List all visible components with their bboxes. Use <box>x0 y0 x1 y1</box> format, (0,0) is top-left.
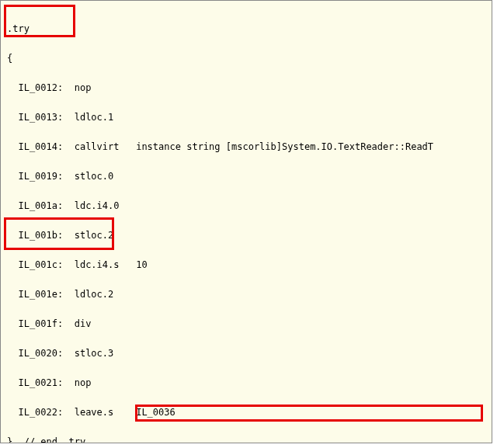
code-line: IL_001c: ldc.i4.s 10 <box>7 258 492 273</box>
code-line: IL_0022: leave.s IL_0036 <box>7 405 492 420</box>
code-line: IL_001e: ldloc.2 <box>7 287 492 302</box>
code-line: IL_0020: stloc.3 <box>7 346 492 361</box>
code-line: IL_0014: callvirt instance string [mscor… <box>7 140 492 155</box>
code-line: IL_0013: ldloc.1 <box>7 110 492 125</box>
code-line: IL_001a: ldc.i4.0 <box>7 199 492 214</box>
code-line: IL_0012: nop <box>7 81 492 96</box>
code-line: IL_001b: stloc.2 <box>7 228 492 243</box>
code-line: IL_001f: div <box>7 317 492 332</box>
code-line: IL_0019: stloc.0 <box>7 169 492 184</box>
code-line: } // end .try <box>7 435 492 443</box>
code-line: IL_0021: nop <box>7 376 492 391</box>
code-line: .try <box>7 22 492 36</box>
code-line: { <box>7 51 492 66</box>
code-block: .try { IL_0012: nop IL_0013: ldloc.1 IL_… <box>1 1 492 443</box>
code-viewer: .try { IL_0012: nop IL_0013: ldloc.1 IL_… <box>0 0 492 443</box>
